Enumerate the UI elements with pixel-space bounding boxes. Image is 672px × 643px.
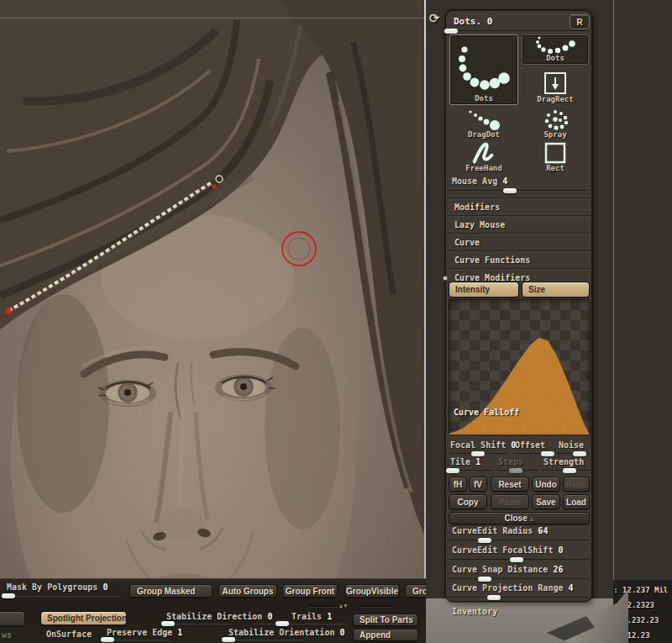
- trails-label: Trails 1: [291, 612, 332, 621]
- curveedit-radius-label: CurveEdit Radius 64: [452, 526, 548, 535]
- close-collapse-icon: ▴: [529, 514, 533, 523]
- tile-dragdot[interactable]: DragDot: [449, 108, 518, 140]
- rect-icon: [543, 142, 567, 164]
- bottom-toolbar: Mask By Polygroups 0 Group Masked Auto G…: [0, 578, 426, 643]
- canvas-edge-divider[interactable]: [424, 0, 426, 643]
- header-slider[interactable]: [449, 30, 588, 32]
- section-curve-functions[interactable]: Curve Functions: [448, 250, 591, 267]
- canvas-top-line: [0, 18, 426, 18]
- steps-label: Steps: [498, 457, 523, 466]
- freehand-icon: [467, 142, 501, 164]
- tile-slider[interactable]: [449, 470, 492, 472]
- split-to-parts-button[interactable]: Split To Parts: [353, 614, 418, 626]
- onsurface-label[interactable]: OnSurface: [46, 630, 92, 639]
- divider-groove: [360, 605, 393, 608]
- fv-button[interactable]: fV: [469, 477, 487, 492]
- copy-button[interactable]: Copy: [449, 494, 487, 509]
- clipped-left-text: ws: [2, 630, 12, 640]
- preserve-edge-slider[interactable]: [104, 639, 170, 640]
- spotlight-projection-button[interactable]: Spotlight Projection: [40, 611, 127, 625]
- noise-label: Noise: [559, 440, 584, 450]
- curve-projection-range-label: Curve Projection Range 4: [452, 583, 574, 593]
- dots-arc-icon: [454, 44, 513, 94]
- preserve-edge-label: Preserve Edge 1: [107, 628, 182, 637]
- r-button[interactable]: R: [570, 14, 590, 29]
- groupvisible-button[interactable]: GroupVisible: [344, 584, 400, 598]
- curve-endpoint-dot: [213, 185, 217, 189]
- strength-label: Strength: [543, 457, 584, 466]
- section-open-bullet: [444, 277, 447, 280]
- focal-shift-label: Focal Shift 0: [450, 440, 516, 450]
- collapse-arrows-icon[interactable]: ▲▼: [339, 603, 348, 609]
- stabilize-direction-label: Stabilize Direction 0: [166, 612, 272, 621]
- section-curve[interactable]: Curve: [448, 233, 591, 250]
- stroke-panel: Dots. 0 R Dots: [445, 10, 592, 602]
- panel-title: Dots. 0: [454, 16, 492, 27]
- offset-label: Offset: [515, 440, 545, 450]
- section-modifiers[interactable]: Modifiers: [448, 198, 591, 214]
- append-button[interactable]: Append: [353, 629, 418, 641]
- stabilize-orientation-slider[interactable]: [225, 639, 305, 640]
- zbrush-window: Inventory nts: 12.237 Mil nts: 12.2323 n…: [0, 0, 672, 643]
- offset-slider[interactable]: [513, 453, 555, 455]
- mask-by-polygroups-label: Mask By Polygroups 0: [7, 582, 108, 592]
- reset-button[interactable]: Reset: [491, 477, 529, 492]
- sculpt-canvas[interactable]: [0, 0, 426, 643]
- sculpt-illustration: [0, 0, 426, 643]
- curve-endpoint-dot: [6, 308, 12, 314]
- mask-by-polygroups-slider[interactable]: [5, 595, 118, 597]
- section-lazy-mouse[interactable]: Lazy Mouse: [448, 215, 591, 232]
- curveedit-focalshift-slider[interactable]: [449, 559, 589, 561]
- group-front-button[interactable]: Group Front: [282, 584, 338, 598]
- load-button[interactable]: Load: [563, 494, 590, 509]
- curve-snap-distance-slider[interactable]: [449, 578, 589, 580]
- tile-dots-selected[interactable]: Dots: [449, 34, 518, 105]
- dots-arc-small-icon: [533, 35, 578, 54]
- refresh-icon[interactable]: ⟳: [426, 10, 443, 27]
- steps-slider[interactable]: [496, 470, 538, 472]
- curveedit-radius-slider[interactable]: [449, 540, 589, 541]
- paste-button[interactable]: Paste: [491, 494, 529, 509]
- fh-button[interactable]: fH: [449, 477, 467, 492]
- tile-spray[interactable]: Spray: [522, 108, 589, 140]
- tile-dots-small[interactable]: Dots: [522, 34, 589, 65]
- strength-slider[interactable]: [543, 470, 590, 472]
- tile-dragrect[interactable]: DragRect: [522, 66, 589, 105]
- groups-clipped-button[interactable]: Gro: [405, 584, 426, 598]
- tab-intensity[interactable]: Intensity: [449, 282, 519, 298]
- tab-size[interactable]: Size: [522, 282, 590, 298]
- redo-button[interactable]: Redo: [563, 477, 590, 492]
- group-masked-button[interactable]: Group Masked: [129, 584, 213, 598]
- stabilize-direction-slider[interactable]: [165, 623, 232, 625]
- curveedit-focalshift-text: CurveEdit FocalShift 0: [452, 545, 563, 555]
- dragrect-icon: [543, 71, 567, 95]
- mouse-avg-slider[interactable]: [449, 190, 587, 192]
- trails-slider[interactable]: [252, 623, 348, 625]
- stats-line: nts: 12.237 Mil: [613, 582, 672, 598]
- dragdot-icon: [465, 108, 502, 130]
- right-tray-light[interactable]: [613, 0, 672, 580]
- undo-button[interactable]: Undo: [532, 477, 560, 492]
- stabilize-orientation-label: Stabilize Orientation 0: [228, 628, 345, 637]
- auto-groups-button[interactable]: Auto Groups: [218, 584, 277, 598]
- divider-groove: [309, 605, 338, 608]
- brush-cursor: [282, 232, 316, 266]
- noise-slider[interactable]: [558, 453, 590, 455]
- clipped-left-button[interactable]: [0, 611, 25, 626]
- spray-icon: [540, 108, 570, 130]
- tile-freehand[interactable]: FreeHand: [449, 142, 518, 174]
- curve-falloff-label: Curve Falloff: [454, 408, 519, 417]
- tile-value-label: Tile 1: [450, 457, 480, 466]
- tile-rect[interactable]: Rect: [522, 142, 589, 174]
- curve-falloff-path: [449, 338, 590, 435]
- curve-snap-distance-label: Curve Snap Distance 26: [452, 565, 563, 574]
- focal-shift-slider[interactable]: [449, 453, 507, 455]
- mouse-avg-label: Mouse Avg 4: [452, 177, 507, 186]
- inventory-label[interactable]: Inventory: [452, 607, 497, 616]
- curve-falloff-graph[interactable]: Curve Falloff: [449, 299, 591, 435]
- curve-projection-range-slider[interactable]: [449, 597, 589, 598]
- close-button[interactable]: Close ▴: [449, 512, 590, 524]
- save-button[interactable]: Save: [532, 494, 560, 509]
